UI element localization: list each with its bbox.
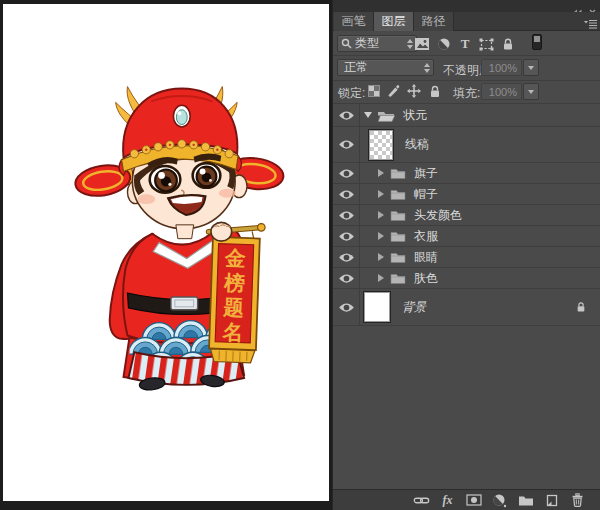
fill-dropdown-button[interactable] <box>523 83 539 100</box>
layer-name[interactable]: 头发颜色 <box>414 207 462 224</box>
layers-panel-bottom-bar: fx <box>333 489 600 510</box>
scholar-illustration: 金 榜 题 名 <box>3 4 329 501</box>
blend-mode-select[interactable]: 正常 <box>337 59 434 76</box>
banner-char-3: 题 <box>222 295 245 320</box>
visibility-toggle[interactable] <box>333 268 360 288</box>
tab-layers-label: 图层 <box>382 14 406 28</box>
tab-brush-label: 画笔 <box>342 14 366 28</box>
filter-row: 类型 T <box>333 31 600 56</box>
fill-label: 填充: <box>453 85 480 102</box>
blend-mode-value: 正常 <box>344 59 368 76</box>
type-filter-icon[interactable]: T <box>456 35 474 53</box>
visibility-toggle[interactable] <box>333 289 360 325</box>
lock-row: 锁定: 填充: 100% <box>333 81 600 104</box>
layer-name[interactable]: 肤色 <box>414 270 438 287</box>
add-layer-mask-icon[interactable] <box>465 492 482 508</box>
layer-row-group-yifu[interactable]: 衣服 <box>333 226 600 247</box>
tab-layers[interactable]: 图层 <box>374 12 414 31</box>
delete-layer-icon[interactable] <box>569 492 586 508</box>
filter-type-select[interactable]: 类型 <box>337 35 417 52</box>
eye-icon <box>338 273 355 284</box>
layer-thumbnail-transparent[interactable] <box>369 130 393 160</box>
fill-value[interactable]: 100% <box>481 83 522 100</box>
layer-name[interactable]: 帽子 <box>414 186 438 203</box>
filter-toggle-switch[interactable] <box>532 34 542 50</box>
blend-mode-spinner <box>424 63 430 73</box>
tab-brush[interactable]: 画笔 <box>334 12 374 31</box>
expand-group-twisty[interactable] <box>378 211 384 219</box>
eye-icon <box>338 252 355 263</box>
closed-folder-icon <box>390 230 406 242</box>
expand-group-twisty[interactable] <box>378 169 384 177</box>
visibility-toggle[interactable] <box>333 247 360 267</box>
layer-row-group-qizi[interactable]: 旗子 <box>333 163 600 184</box>
tab-paths-label: 路径 <box>422 14 446 28</box>
layer-thumbnail-white[interactable] <box>364 292 390 322</box>
shape-filter-icon[interactable] <box>477 35 495 53</box>
expand-group-twisty[interactable] <box>378 232 384 240</box>
layer-lock-icon <box>576 301 586 313</box>
eye-icon <box>338 231 355 242</box>
panel-menu-icon[interactable] <box>584 16 598 28</box>
layer-row-group-fuse[interactable]: 肤色 <box>333 268 600 289</box>
layer-list: 状元 线稿 旗子 <box>333 104 600 326</box>
collapse-group-twisty[interactable] <box>364 112 372 118</box>
closed-folder-icon <box>390 167 406 179</box>
link-layers-icon[interactable] <box>413 492 430 508</box>
layer-name[interactable]: 背景 <box>402 299 426 316</box>
layer-name[interactable]: 线稿 <box>405 136 429 153</box>
layer-row-group-yanjing[interactable]: 眼睛 <box>333 247 600 268</box>
closed-folder-icon <box>390 209 406 221</box>
lock-pixels-brush-icon[interactable] <box>386 83 402 99</box>
eye-icon <box>338 189 355 200</box>
layer-row-group-maozi[interactable]: 帽子 <box>333 184 600 205</box>
visibility-toggle[interactable] <box>333 205 360 225</box>
opacity-value[interactable]: 100% <box>481 59 522 76</box>
visibility-toggle[interactable] <box>333 163 360 183</box>
layer-style-icon[interactable]: fx <box>439 492 456 508</box>
layer-name[interactable]: 状元 <box>403 107 427 124</box>
new-layer-icon[interactable] <box>543 492 560 508</box>
adjustment-filter-icon[interactable] <box>435 35 453 53</box>
expand-group-twisty[interactable] <box>378 190 384 198</box>
closed-folder-icon <box>390 251 406 263</box>
closed-folder-icon <box>390 188 406 200</box>
eye-icon <box>338 168 355 179</box>
banner: 金 榜 题 名 <box>209 230 260 363</box>
layer-row-background[interactable]: 背景 <box>333 289 600 326</box>
panel-tab-bar: 画笔 图层 路径 <box>333 12 600 31</box>
layer-row-xiangao[interactable]: 线稿 <box>333 127 600 163</box>
layer-row-group-zhuangyuan[interactable]: 状元 <box>333 104 600 127</box>
dock-header <box>333 0 600 12</box>
hand-fist <box>211 222 232 241</box>
lock-all-icon[interactable] <box>427 83 443 99</box>
expand-group-twisty[interactable] <box>378 274 384 282</box>
eye-icon <box>338 302 355 313</box>
layers-panel: 画笔 图层 路径 类型 T <box>332 0 600 510</box>
expand-group-twisty[interactable] <box>378 253 384 261</box>
search-icon <box>341 38 352 49</box>
lock-label: 锁定: <box>338 85 365 102</box>
opacity-dropdown-button[interactable] <box>523 59 539 76</box>
tab-paths[interactable]: 路径 <box>414 12 454 31</box>
smart-object-filter-icon[interactable] <box>499 35 517 53</box>
visibility-toggle[interactable] <box>333 104 360 126</box>
visibility-toggle[interactable] <box>333 184 360 204</box>
layer-name[interactable]: 眼睛 <box>414 249 438 266</box>
visibility-toggle[interactable] <box>333 127 360 162</box>
document-canvas-area[interactable]: 金 榜 题 名 <box>0 0 332 510</box>
visibility-toggle[interactable] <box>333 226 360 246</box>
banner-char-2: 榜 <box>223 271 246 296</box>
layer-row-group-toufayanse[interactable]: 头发颜色 <box>333 205 600 226</box>
eye-icon <box>338 210 355 221</box>
pixel-filter-icon[interactable] <box>413 35 431 53</box>
layer-name[interactable]: 衣服 <box>414 228 438 245</box>
lock-position-icon[interactable] <box>406 83 422 99</box>
banner-char-1: 金 <box>224 246 247 271</box>
new-adjustment-layer-icon[interactable] <box>491 492 508 508</box>
blend-row: 正常 不透明度: 100% <box>333 56 600 81</box>
layer-name[interactable]: 旗子 <box>414 165 438 182</box>
canvas-page[interactable]: 金 榜 题 名 <box>3 4 329 501</box>
lock-transparency-icon[interactable] <box>366 83 382 99</box>
new-group-icon[interactable] <box>517 492 534 508</box>
